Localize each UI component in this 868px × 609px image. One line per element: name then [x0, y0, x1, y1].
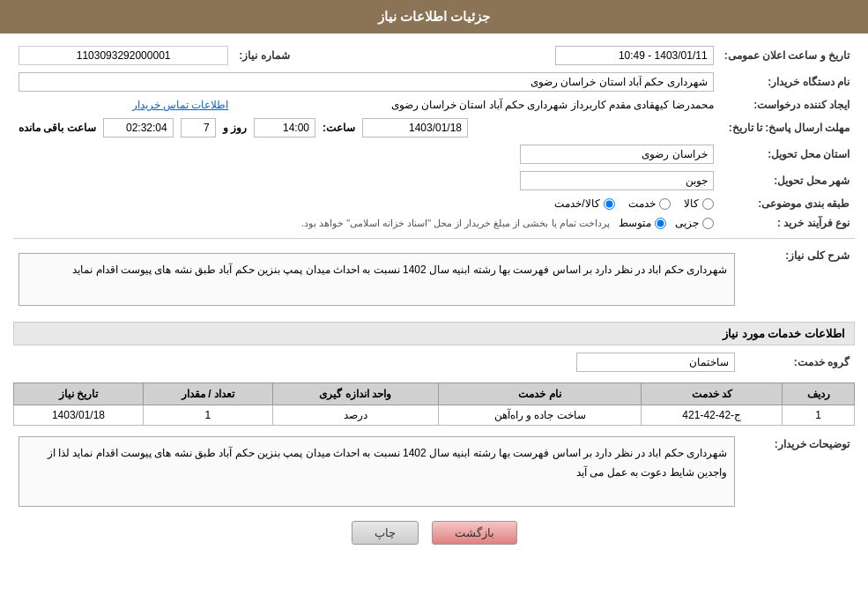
group-service-input[interactable]	[576, 353, 735, 372]
category-kala-khadamat-radio[interactable]	[604, 198, 615, 210]
page-title: جزئیات اطلاعات نیاز	[378, 9, 490, 24]
buyer-org-label: نام دستگاه خریدار:	[719, 69, 855, 95]
announce-datetime-input[interactable]	[555, 46, 714, 65]
purchase-motevaset-label[interactable]: متوسط	[619, 217, 666, 229]
cell-row-num: 1	[783, 405, 855, 426]
province-label: استان محل تحویل:	[719, 141, 855, 167]
deadline-remaining-label: ساعت باقی مانده	[19, 122, 96, 134]
services-table: ردیف کد خدمت نام خدمت واحد اندازه گیری ت…	[13, 382, 855, 426]
category-khadamat-radio[interactable]	[659, 198, 671, 210]
need-description-label: شرح کلی نیاز:	[740, 244, 855, 315]
category-kala-label[interactable]: کالا	[684, 197, 714, 210]
deadline-time-label: ساعت:	[323, 122, 355, 134]
purchase-type-label: نوع فرآیند خرید :	[719, 213, 855, 233]
deadline-date-input[interactable]	[362, 118, 468, 137]
requester-label: ایجاد کننده درخواست:	[719, 95, 855, 115]
cell-need-date: 1403/01/18	[14, 405, 144, 426]
category-label: طبقه بندی موضوعی:	[719, 194, 855, 213]
requester-value: محمدرضا کیهقادی مقدم کاربرداز شهرداری حک…	[391, 99, 714, 111]
cell-service-name: ساخت جاده و راه‌آهن	[438, 405, 642, 426]
province-input[interactable]	[520, 145, 714, 164]
need-description-box: شهرداری حکم اباد در نظر دارد بر اساس فهر…	[19, 253, 735, 306]
deadline-remaining-input[interactable]	[103, 118, 174, 137]
announce-datetime-label: تاریخ و ساعت اعلان عمومی:	[719, 42, 855, 69]
col-quantity: تعداد / مقدار	[143, 383, 272, 405]
services-section-title: اطلاعات خدمات مورد نیاز	[13, 322, 855, 345]
buyer-org-input[interactable]	[19, 72, 714, 92]
cell-quantity: 1	[143, 405, 272, 426]
print-button[interactable]: چاپ	[352, 521, 419, 545]
purchase-note: پرداخت تمام یا بخشی از مبلغ خریدار از مح…	[301, 218, 610, 229]
need-number-value: 1103093292000001	[19, 46, 228, 65]
purchase-jozee-radio[interactable]	[702, 218, 714, 229]
purchase-jozee-label[interactable]: جزیی	[675, 217, 714, 229]
col-service-name: نام خدمت	[438, 383, 642, 405]
category-khadamat-label[interactable]: خدمت	[628, 197, 671, 210]
deadline-day-label: روز و	[223, 122, 247, 134]
contact-link[interactable]: اطلاعات تماس خریدار	[132, 99, 229, 111]
category-khadamat-text: خدمت	[628, 197, 656, 210]
cell-service-code: ج-42-42-421	[642, 405, 783, 426]
col-service-code: کد خدمت	[642, 383, 783, 405]
deadline-label: مهلت ارسال پاسخ: تا تاریخ:	[719, 115, 855, 141]
buttons-row: چاپ بازگشت	[13, 521, 855, 545]
col-row-num: ردیف	[783, 383, 855, 405]
table-row: 1 ج-42-42-421 ساخت جاده و راه‌آهن درصد 1…	[14, 405, 855, 426]
city-label: شهر محل تحویل:	[719, 167, 855, 194]
group-service-label: گروه خدمت:	[740, 349, 855, 375]
category-kala-text: کالا	[684, 197, 699, 210]
purchase-jozee-text: جزیی	[675, 217, 699, 229]
category-kala-radio[interactable]	[702, 198, 714, 210]
back-button[interactable]: بازگشت	[432, 521, 517, 545]
category-kala-khadamat-text: کالا/خدمت	[554, 197, 599, 210]
purchase-motevaset-text: متوسط	[619, 217, 651, 229]
city-input[interactable]	[520, 171, 714, 190]
buyer-notes-label: توضیحات خریدار:	[740, 433, 855, 510]
col-need-date: تاریخ نیاز	[14, 383, 144, 405]
deadline-time-input[interactable]	[254, 118, 315, 137]
col-unit: واحد اندازه گیری	[272, 383, 438, 405]
purchase-motevaset-radio[interactable]	[655, 218, 666, 229]
page-header: جزئیات اطلاعات نیاز	[0, 0, 868, 33]
need-number-label: شماره نیاز:	[234, 42, 348, 69]
deadline-days-input[interactable]	[181, 118, 216, 137]
buyer-notes-box: شهرداری حکم اباد در نظر دارد بر اساس فهر…	[19, 436, 735, 507]
cell-unit: درصد	[272, 405, 438, 426]
category-kala-khadamat-label[interactable]: کالا/خدمت	[554, 197, 614, 210]
